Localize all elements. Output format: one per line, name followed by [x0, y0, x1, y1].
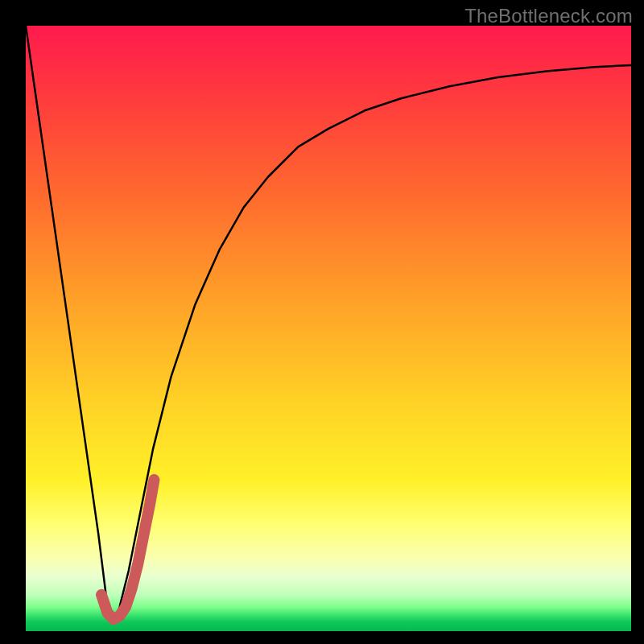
plot-area	[26, 26, 631, 631]
curve-layer	[26, 26, 631, 631]
watermark-text: TheBottleneck.com	[464, 5, 633, 27]
bottleneck-curve	[26, 26, 631, 619]
chart-frame: TheBottleneck.com	[0, 0, 644, 644]
highlight-hook	[101, 480, 154, 619]
